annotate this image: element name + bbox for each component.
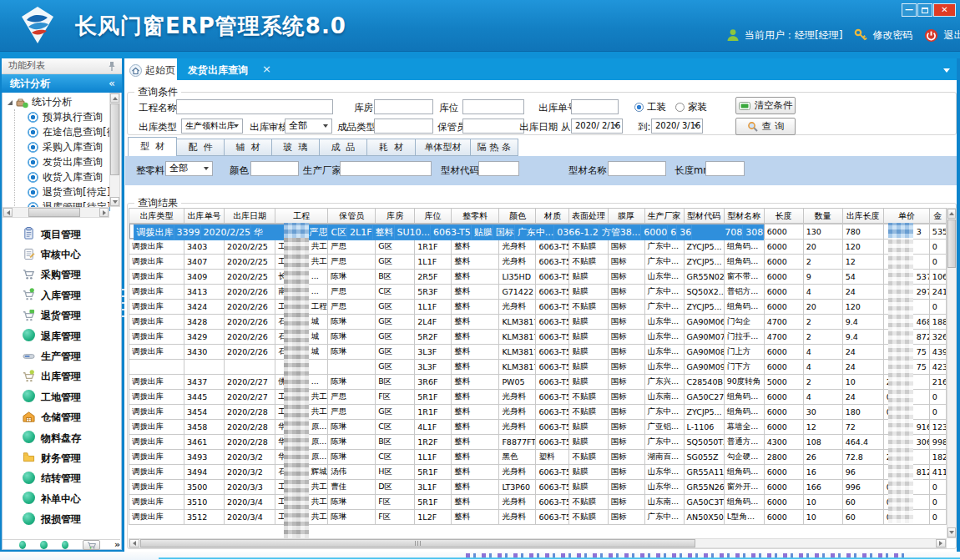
table-row[interactable]: 调拨出库35102020/3/4工共工程陈琳F区5R1F整料光身料6063-T5… <box>129 495 947 510</box>
column-header[interactable]: 出库单号 <box>184 209 225 224</box>
table-row[interactable]: 调拨出库34092020/2/25长...陈琳B区2R5F整料LI35HD606… <box>129 270 947 285</box>
tree-item[interactable]: 退货查询[待定] <box>28 185 110 199</box>
column-header[interactable]: 出库长度 <box>842 209 883 224</box>
column-header[interactable]: 金 <box>929 209 946 224</box>
sidebar-item-circle[interactable]: 报损管理 <box>3 509 120 529</box>
name-input[interactable] <box>608 161 666 176</box>
close-button[interactable]: ✕ <box>933 3 956 17</box>
table-hscrollbar[interactable] <box>129 538 947 548</box>
length-input[interactable] <box>705 161 745 176</box>
cart-button[interactable] <box>83 540 100 550</box>
column-header[interactable]: 长度 <box>764 209 803 224</box>
warehouse-input[interactable] <box>374 99 433 114</box>
tree-item[interactable]: 发货出库查询 <box>28 155 103 169</box>
table-row[interactable]: 调拨出库34452020/2/27工共工程严思F区5R1F整料光身料6063-T… <box>129 390 947 405</box>
table-row[interactable]: 调拨出库34072020/2/25工共工程严思G区1L1F整料光身料6063-T… <box>129 255 947 270</box>
sidebar-item-circle[interactable]: 退库管理 <box>3 326 120 346</box>
column-header[interactable]: 单价 <box>883 209 929 224</box>
table-row[interactable]: 调拨出库34302020/2/26石城陈琳G区3L3F整料KLM38176063… <box>129 345 947 360</box>
material-tab[interactable]: 型 材 <box>128 137 177 156</box>
material-tab[interactable]: 耗 材 <box>367 139 416 156</box>
column-header[interactable]: 出库类型 <box>129 209 184 224</box>
column-header[interactable]: 膜厚 <box>608 209 644 224</box>
out-type-select[interactable]: 生产领料出库 <box>181 119 243 134</box>
maximize-button[interactable] <box>917 3 932 17</box>
menu-dot-icon[interactable] <box>19 541 26 549</box>
vendor-input[interactable] <box>340 161 432 176</box>
color-input[interactable] <box>250 161 299 176</box>
sidebar-item-folder[interactable]: 财务管理 <box>3 448 120 468</box>
minimize-button[interactable]: — <box>902 3 917 17</box>
tree-item[interactable]: 在途信息查询[待 <box>28 125 117 139</box>
tab-home[interactable]: 起始页 <box>125 60 177 80</box>
table-row[interactable]: 调拨出库34542020/2/28工共工程严思G区1R1F整料光身料6063-T… <box>129 405 947 420</box>
sidebar-item-cart-return[interactable]: 退货管理 <box>3 306 120 326</box>
tablist-dropdown-icon[interactable] <box>943 68 950 73</box>
overflow-chevron[interactable]: » <box>114 541 120 549</box>
material-tab[interactable]: 单体型材 <box>416 139 471 156</box>
material-tab[interactable]: 成 品 <box>320 139 367 156</box>
table-row[interactable]: 调拨出库34292020/2/26石城陈琳G区5R2F整料KLM38176063… <box>129 330 947 345</box>
table-vscrollbar[interactable] <box>947 208 957 538</box>
table-row[interactable]: 调拨出库34932020/3/2华原...陈琳C区1L1F整料黑色塑料不贴膜国标… <box>129 450 947 465</box>
project-name-input[interactable] <box>176 99 333 114</box>
menu-dot-icon[interactable] <box>62 541 68 549</box>
tree-root[interactable]: 统计分析 <box>8 95 72 109</box>
table-row[interactable]: 调拨出库35002020/3/3工共工程曹佳D区3L1F整料LT3P606063… <box>129 480 947 495</box>
material-tab[interactable]: 配 件 <box>177 139 225 156</box>
change-password-link[interactable]: 修改密码 <box>872 28 912 43</box>
order-no-input[interactable] <box>571 99 619 114</box>
table-row[interactable]: 调拨出库34242020/2/26工工程严思G区1L1F整料光身料6063-T5… <box>129 300 947 315</box>
column-header[interactable]: 颜色 <box>499 209 536 224</box>
column-header[interactable]: 工程 <box>275 209 328 224</box>
code-input[interactable] <box>478 161 519 176</box>
column-header[interactable]: 型材名称 <box>724 209 764 224</box>
location-input[interactable] <box>462 99 524 114</box>
pin-icon[interactable] <box>108 61 116 72</box>
sidebar-item-circle[interactable]: 补单中心 <box>3 489 120 509</box>
column-header[interactable]: 数量 <box>803 209 842 224</box>
table-row[interactable]: 调拨出库34372020/2/27佛...陈琳B区3R6F整料PW056063-… <box>129 375 947 390</box>
radio-jiazhuang[interactable]: 家装 <box>675 101 707 114</box>
table-row[interactable]: 调拨出库34282020/2/26石城陈琳G区2L4F整料KLM38176063… <box>129 315 947 330</box>
table-row[interactable]: 调拨出库34612020/2/28华原...陈琳B区1R2F整料F8877FT6… <box>129 435 947 450</box>
table-row[interactable]: 调拨出库34032020/2/25工共工程严思G区1R1F整料光身料6063-T… <box>129 240 947 255</box>
sidebar-item-circle[interactable]: 工地管理 <box>3 387 120 407</box>
table-row[interactable]: 调拨出库34942020/3/2石辉城汤伟H区5R1F整料光身料6063-T5贴… <box>129 465 947 480</box>
column-header[interactable]: 生产厂家 <box>644 209 684 224</box>
tree-item[interactable]: 收货入库查询 <box>28 170 103 184</box>
whole-select[interactable]: 全部 <box>165 161 213 176</box>
table-row[interactable]: 调拨出库35122020/3/4工共工程陈琳F区1L2F整料光身料6063-T5… <box>129 510 947 525</box>
collapse-chevron-icon[interactable]: « <box>109 74 115 93</box>
tree-item[interactable]: 采购入库查询 <box>28 140 103 154</box>
sidebar-item-clipboard[interactable]: 项目管理 <box>3 225 120 245</box>
tree-vscrollbar[interactable] <box>109 93 120 207</box>
sidebar-item-cart[interactable]: 采购管理 <box>3 265 120 285</box>
audit-select[interactable]: 全部 <box>285 119 332 134</box>
sidebar-item-cart-out[interactable]: 出库管理 <box>3 367 120 387</box>
tab-active[interactable]: 发货出库查询 × <box>177 58 957 80</box>
sidebar-item-machine[interactable]: 生产管理 <box>3 346 120 366</box>
table-row[interactable]: 调拨出库34582020/2/28华原...陈琳C区4L1F整料光身料6063-… <box>129 420 947 435</box>
clear-button[interactable]: 清空条件 <box>735 97 796 114</box>
menu-dot-icon[interactable] <box>40 541 47 549</box>
date-from-select[interactable]: 2020/ 2/16 <box>571 119 623 134</box>
logout-link[interactable]: 退出 <box>943 28 960 43</box>
sidebar-section-header[interactable]: 统计分析« <box>2 74 122 93</box>
table-row[interactable]: G区3L3F整料KLM38176063-T5贴膜国标山东华...GA90M09.… <box>129 360 947 375</box>
column-header[interactable]: 整零料 <box>452 209 499 224</box>
table-row[interactable]: 调拨出库34132020/2/26南...严思C区5R3F整料G71422606… <box>129 285 947 300</box>
column-header[interactable]: 型材代码 <box>684 209 724 224</box>
column-header[interactable]: 保管员 <box>328 209 376 224</box>
search-button[interactable]: 查 询 <box>735 118 796 135</box>
keeper-input[interactable] <box>462 119 524 134</box>
sidebar-item-document[interactable]: 审核中心 <box>3 245 120 265</box>
column-header[interactable]: 出库日期 <box>225 209 275 224</box>
date-to-select[interactable]: 2020/ 3/16 <box>651 119 703 134</box>
column-header[interactable]: 表面处理 <box>569 209 608 224</box>
material-tab[interactable]: 玻 璃 <box>272 139 320 156</box>
table-row[interactable]: 调拨出库33992020/2/25华原...严思C区2L1F整料SU10...6… <box>129 224 765 239</box>
sidebar-item-circle[interactable]: 物料盘存 <box>3 428 120 448</box>
tree-hscrollbar[interactable] <box>3 207 109 218</box>
sidebar-item-cart-in[interactable]: 入库管理 <box>3 285 120 305</box>
